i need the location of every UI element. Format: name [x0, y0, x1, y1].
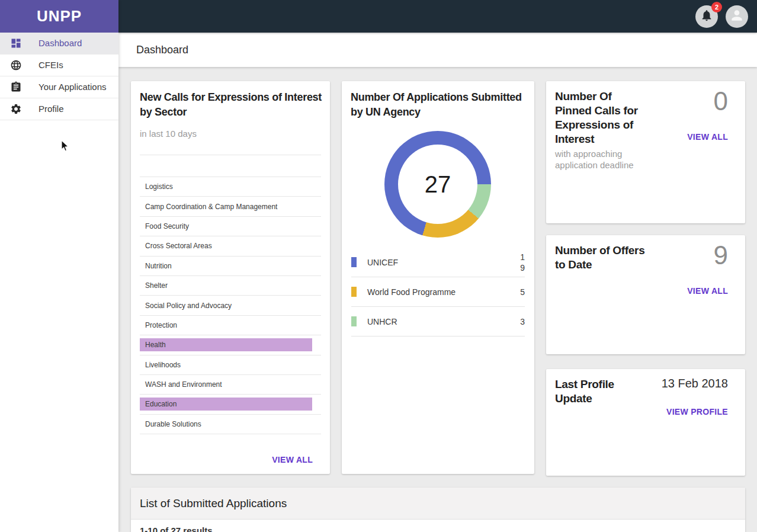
sector-label: Nutrition: [140, 262, 172, 270]
dashboard-icon: [10, 37, 22, 49]
page-title: Dashboard: [136, 44, 188, 56]
main-content: New Calls for Expressions of Interest by…: [118, 67, 757, 532]
card-new-cfei-by-sector: New Calls for Expressions of Interest by…: [131, 81, 330, 474]
sector-label: Camp Coordination & Camp Management: [140, 203, 277, 211]
sector-bar-chart: LogisticsCamp Coordination & Camp Manage…: [140, 177, 321, 434]
sector-label: Health: [140, 341, 166, 349]
pinned-count: 0: [714, 87, 728, 116]
legend-value: 5: [517, 287, 525, 297]
sidebar-item-dashboard[interactable]: Dashboard: [0, 33, 118, 55]
donut-chart: 27: [384, 131, 491, 238]
card-title: New Calls for Expressions of Interest by…: [140, 90, 325, 120]
legend-value: 19: [517, 252, 525, 273]
card-applications-by-agency: Number Of Applications Submitted by UN A…: [342, 81, 534, 474]
list-section-header: List of Submitted Applications: [131, 488, 745, 520]
sidebar-item-cfeis[interactable]: CFEIs: [0, 55, 118, 76]
card-title: Number Of Pinned Calls for Expressions o…: [555, 89, 659, 146]
sector-label: Education: [140, 400, 177, 408]
sector-row: Social Policy and Advocacy: [140, 296, 321, 315]
sidebar-item-label: Your Applications: [39, 82, 107, 92]
sector-row: Durable Solutions: [140, 415, 321, 434]
legend-label: UNICEF: [367, 258, 517, 267]
legend-row: UNICEF19: [351, 248, 525, 277]
sector-label: Cross Sectoral Areas: [140, 242, 212, 250]
offers-count: 9: [714, 241, 728, 270]
donut-total: 27: [425, 171, 451, 198]
sector-label: Livelihoods: [140, 361, 181, 369]
submitted-applications-section: List of Submitted Applications 1-10 of 2…: [131, 488, 745, 532]
legend-value: 3: [517, 316, 525, 327]
clipboard-icon: [10, 81, 22, 93]
list-section-title: List of Submitted Applications: [140, 497, 287, 510]
legend-swatch: [351, 257, 357, 267]
card-subtitle: in last 10 days: [140, 128, 321, 139]
legend-swatch: [351, 287, 357, 297]
legend-label: World Food Programme: [367, 287, 517, 297]
sector-label: Social Policy and Advocacy: [140, 302, 232, 310]
sidebar-nav: DashboardCFEIsYour ApplicationsProfile: [0, 33, 118, 120]
card-offers-to-date: Number of Offers to Date 9 VIEW ALL: [546, 235, 745, 354]
sector-label: Protection: [140, 321, 177, 329]
card-title: Last Profile Update: [555, 377, 659, 406]
sidebar-item-label: Profile: [39, 104, 64, 114]
user-avatar-button[interactable]: [726, 5, 748, 28]
sidebar-item-label: Dashboard: [39, 38, 82, 49]
bell-icon: [700, 9, 713, 24]
view-all-sectors-button[interactable]: VIEW ALL: [272, 455, 313, 464]
sidebar-item-profile[interactable]: Profile: [0, 98, 118, 120]
page-title-bar: Dashboard: [118, 33, 757, 67]
notifications-badge: 2: [711, 2, 722, 12]
sidebar: UNPP DashboardCFEIsYour ApplicationsProf…: [0, 0, 118, 532]
card-pinned-cfei: Number Of Pinned Calls for Expressions o…: [546, 81, 745, 223]
sector-row: Logistics: [140, 177, 321, 197]
sector-row: Education: [140, 395, 321, 414]
sidebar-item-label: CFEIs: [39, 60, 63, 70]
notifications-button[interactable]: 2: [695, 5, 718, 28]
sector-row: Cross Sectoral Areas: [140, 236, 321, 256]
sector-row: Livelihoods: [140, 355, 321, 375]
sector-label: WASH and Environment: [140, 380, 222, 389]
divider: [140, 155, 321, 155]
legend-label: UNHCR: [367, 317, 517, 326]
card-subtitle: with approaching application deadline: [555, 148, 736, 171]
view-profile-button[interactable]: VIEW PROFILE: [666, 407, 728, 416]
sector-row: Protection: [140, 316, 321, 335]
sector-label: Durable Solutions: [140, 420, 201, 428]
legend-swatch: [351, 316, 357, 326]
sector-label: Logistics: [140, 182, 173, 191]
unpp-dashboard-app: UNPP DashboardCFEIsYour ApplicationsProf…: [0, 0, 757, 532]
sector-row: Shelter: [140, 276, 321, 296]
sector-row: Camp Coordination & Camp Management: [140, 197, 321, 216]
sector-label: Shelter: [140, 281, 168, 290]
donut-legend: UNICEF19World Food Programme5UNHCR3: [351, 248, 525, 336]
gear-icon: [10, 103, 22, 115]
last-update-date: 13 Feb 2018: [662, 376, 728, 390]
view-all-pinned-button[interactable]: VIEW ALL: [687, 132, 728, 142]
sector-row: Health: [140, 335, 321, 355]
sector-label: Food Security: [140, 222, 189, 230]
sector-row: Food Security: [140, 217, 321, 236]
view-all-offers-button[interactable]: VIEW ALL: [687, 286, 728, 296]
topbar: 2: [118, 0, 757, 33]
person-icon: [729, 8, 745, 25]
sidebar-item-your-applications[interactable]: Your Applications: [0, 76, 118, 98]
globe-icon: [10, 59, 22, 71]
sector-row: WASH and Environment: [140, 375, 321, 395]
legend-row: UNHCR3: [351, 307, 525, 336]
legend-row: World Food Programme5: [351, 277, 525, 307]
sector-row: Nutrition: [140, 257, 321, 276]
card-title: Number of Offers to Date: [555, 243, 659, 272]
app-logo: UNPP: [0, 0, 118, 33]
card-last-profile-update: Last Profile Update 13 Feb 2018 VIEW PRO…: [546, 369, 745, 476]
results-summary: 1-10 of 27 results: [131, 520, 745, 532]
card-title: Number Of Applications Submitted by UN A…: [351, 90, 530, 120]
